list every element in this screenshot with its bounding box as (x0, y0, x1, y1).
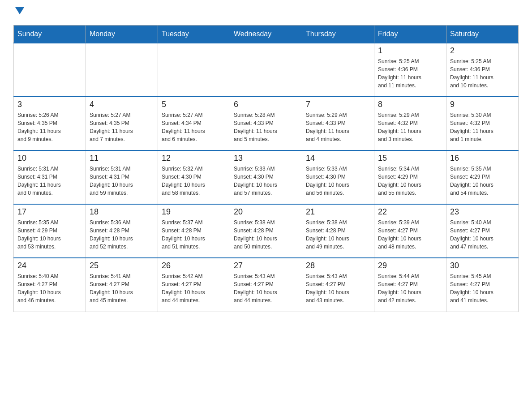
day-info: Sunrise: 5:25 AMSunset: 4:36 PMDaylight:… (378, 57, 442, 90)
day-info: Sunrise: 5:45 AMSunset: 4:27 PMDaylight:… (450, 272, 515, 304)
calendar-cell: 30Sunrise: 5:45 AMSunset: 4:27 PMDayligh… (446, 258, 519, 312)
calendar-cell: 14Sunrise: 5:33 AMSunset: 4:30 PMDayligh… (302, 150, 374, 204)
calendar-cell (302, 43, 374, 97)
day-of-week-header: Sunday (14, 26, 86, 43)
day-info: Sunrise: 5:27 AMSunset: 4:35 PMDaylight:… (90, 111, 154, 143)
calendar-cell: 27Sunrise: 5:43 AMSunset: 4:27 PMDayligh… (230, 258, 302, 312)
calendar-cell: 4Sunrise: 5:27 AMSunset: 4:35 PMDaylight… (86, 97, 158, 150)
calendar-week-row: 1Sunrise: 5:25 AMSunset: 4:36 PMDaylight… (14, 43, 519, 97)
calendar-cell (230, 43, 302, 97)
day-info: Sunrise: 5:43 AMSunset: 4:27 PMDaylight:… (234, 272, 298, 304)
calendar-cell: 12Sunrise: 5:32 AMSunset: 4:30 PMDayligh… (158, 150, 230, 204)
calendar-cell (14, 43, 86, 97)
day-info: Sunrise: 5:27 AMSunset: 4:34 PMDaylight:… (162, 111, 226, 143)
day-info: Sunrise: 5:35 AMSunset: 4:29 PMDaylight:… (17, 218, 82, 251)
calendar-cell: 22Sunrise: 5:39 AMSunset: 4:27 PMDayligh… (374, 204, 446, 258)
day-number: 19 (162, 207, 226, 217)
calendar-week-row: 17Sunrise: 5:35 AMSunset: 4:29 PMDayligh… (14, 204, 519, 258)
calendar-cell: 24Sunrise: 5:40 AMSunset: 4:27 PMDayligh… (14, 258, 86, 312)
day-of-week-header: Tuesday (158, 26, 230, 43)
day-info: Sunrise: 5:32 AMSunset: 4:30 PMDaylight:… (162, 165, 226, 197)
day-number: 9 (450, 100, 515, 109)
calendar-cell: 25Sunrise: 5:41 AMSunset: 4:27 PMDayligh… (86, 258, 158, 312)
day-number: 23 (450, 207, 515, 217)
day-number: 7 (306, 100, 370, 109)
calendar-cell: 29Sunrise: 5:44 AMSunset: 4:27 PMDayligh… (374, 258, 446, 312)
logo-triangle-icon (15, 7, 24, 14)
day-number: 14 (306, 154, 370, 163)
day-number: 15 (378, 154, 442, 163)
day-info: Sunrise: 5:26 AMSunset: 4:35 PMDaylight:… (17, 111, 82, 143)
day-number: 29 (378, 261, 442, 270)
day-info: Sunrise: 5:35 AMSunset: 4:29 PMDaylight:… (450, 165, 515, 197)
calendar-header-row: SundayMondayTuesdayWednesdayThursdayFrid… (14, 26, 519, 43)
day-of-week-header: Monday (86, 26, 158, 43)
calendar-cell: 5Sunrise: 5:27 AMSunset: 4:34 PMDaylight… (158, 97, 230, 150)
day-info: Sunrise: 5:31 AMSunset: 4:31 PMDaylight:… (90, 165, 154, 197)
calendar-cell: 10Sunrise: 5:31 AMSunset: 4:31 PMDayligh… (14, 150, 86, 204)
calendar-cell: 19Sunrise: 5:37 AMSunset: 4:28 PMDayligh… (158, 204, 230, 258)
day-number: 1 (378, 46, 442, 56)
day-number: 10 (17, 154, 82, 163)
day-info: Sunrise: 5:42 AMSunset: 4:27 PMDaylight:… (162, 272, 226, 304)
day-number: 22 (378, 207, 442, 217)
day-info: Sunrise: 5:33 AMSunset: 4:30 PMDaylight:… (306, 165, 370, 197)
calendar-cell: 21Sunrise: 5:38 AMSunset: 4:28 PMDayligh… (302, 204, 374, 258)
calendar-cell: 3Sunrise: 5:26 AMSunset: 4:35 PMDaylight… (14, 97, 86, 150)
day-number: 16 (450, 154, 515, 163)
day-info: Sunrise: 5:30 AMSunset: 4:32 PMDaylight:… (450, 111, 515, 143)
day-info: Sunrise: 5:39 AMSunset: 4:27 PMDaylight:… (378, 218, 442, 251)
calendar-cell: 1Sunrise: 5:25 AMSunset: 4:36 PMDaylight… (374, 43, 446, 97)
day-number: 4 (90, 100, 154, 109)
calendar-cell (86, 43, 158, 97)
day-info: Sunrise: 5:38 AMSunset: 4:28 PMDaylight:… (234, 218, 298, 251)
day-info: Sunrise: 5:36 AMSunset: 4:28 PMDaylight:… (90, 218, 154, 251)
day-info: Sunrise: 5:31 AMSunset: 4:31 PMDaylight:… (17, 165, 82, 197)
calendar-cell: 7Sunrise: 5:29 AMSunset: 4:33 PMDaylight… (302, 97, 374, 150)
day-number: 18 (90, 207, 154, 217)
day-number: 17 (17, 207, 82, 217)
day-number: 6 (234, 100, 298, 109)
day-info: Sunrise: 5:41 AMSunset: 4:27 PMDaylight:… (90, 272, 154, 304)
day-number: 25 (90, 261, 154, 270)
day-number: 24 (17, 261, 82, 270)
day-of-week-header: Friday (374, 26, 446, 43)
day-info: Sunrise: 5:40 AMSunset: 4:27 PMDaylight:… (17, 272, 82, 304)
logo (13, 9, 24, 16)
day-number: 11 (90, 154, 154, 163)
calendar-cell: 16Sunrise: 5:35 AMSunset: 4:29 PMDayligh… (446, 150, 519, 204)
calendar-week-row: 3Sunrise: 5:26 AMSunset: 4:35 PMDaylight… (14, 97, 519, 150)
day-info: Sunrise: 5:28 AMSunset: 4:33 PMDaylight:… (234, 111, 298, 143)
calendar-cell: 8Sunrise: 5:29 AMSunset: 4:32 PMDaylight… (374, 97, 446, 150)
day-number: 13 (234, 154, 298, 163)
day-info: Sunrise: 5:29 AMSunset: 4:32 PMDaylight:… (378, 111, 442, 143)
day-number: 21 (306, 207, 370, 217)
calendar-week-row: 24Sunrise: 5:40 AMSunset: 4:27 PMDayligh… (14, 258, 519, 312)
calendar-cell: 6Sunrise: 5:28 AMSunset: 4:33 PMDaylight… (230, 97, 302, 150)
day-info: Sunrise: 5:34 AMSunset: 4:29 PMDaylight:… (378, 165, 442, 197)
calendar-cell: 23Sunrise: 5:40 AMSunset: 4:27 PMDayligh… (446, 204, 519, 258)
day-of-week-header: Thursday (302, 26, 374, 43)
day-number: 2 (450, 46, 515, 56)
day-info: Sunrise: 5:43 AMSunset: 4:27 PMDaylight:… (306, 272, 370, 304)
day-info: Sunrise: 5:44 AMSunset: 4:27 PMDaylight:… (378, 272, 442, 304)
calendar-cell: 9Sunrise: 5:30 AMSunset: 4:32 PMDaylight… (446, 97, 519, 150)
day-number: 12 (162, 154, 226, 163)
day-of-week-header: Wednesday (230, 26, 302, 43)
day-of-week-header: Saturday (446, 26, 519, 43)
day-info: Sunrise: 5:37 AMSunset: 4:28 PMDaylight:… (162, 218, 226, 251)
calendar-cell: 18Sunrise: 5:36 AMSunset: 4:28 PMDayligh… (86, 204, 158, 258)
calendar-cell: 13Sunrise: 5:33 AMSunset: 4:30 PMDayligh… (230, 150, 302, 204)
calendar-table: SundayMondayTuesdayWednesdayThursdayFrid… (13, 25, 519, 312)
calendar-cell: 2Sunrise: 5:25 AMSunset: 4:36 PMDaylight… (446, 43, 519, 97)
day-number: 8 (378, 100, 442, 109)
day-number: 28 (306, 261, 370, 270)
day-number: 5 (162, 100, 226, 109)
day-info: Sunrise: 5:40 AMSunset: 4:27 PMDaylight:… (450, 218, 515, 251)
calendar-week-row: 10Sunrise: 5:31 AMSunset: 4:31 PMDayligh… (14, 150, 519, 204)
day-number: 20 (234, 207, 298, 217)
day-number: 26 (162, 261, 226, 270)
day-info: Sunrise: 5:33 AMSunset: 4:30 PMDaylight:… (234, 165, 298, 197)
day-number: 30 (450, 261, 515, 270)
day-info: Sunrise: 5:29 AMSunset: 4:33 PMDaylight:… (306, 111, 370, 143)
